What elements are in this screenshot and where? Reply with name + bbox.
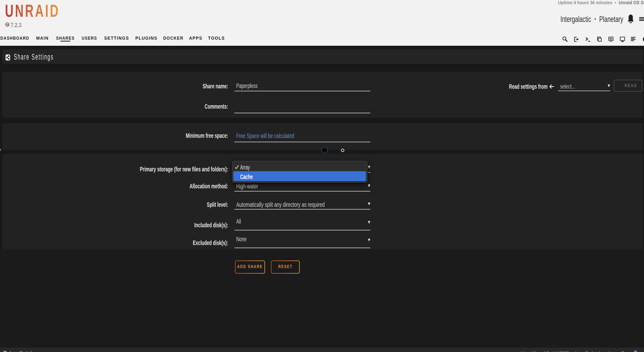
svg-text:UNRAID: UNRAID bbox=[5, 4, 60, 18]
